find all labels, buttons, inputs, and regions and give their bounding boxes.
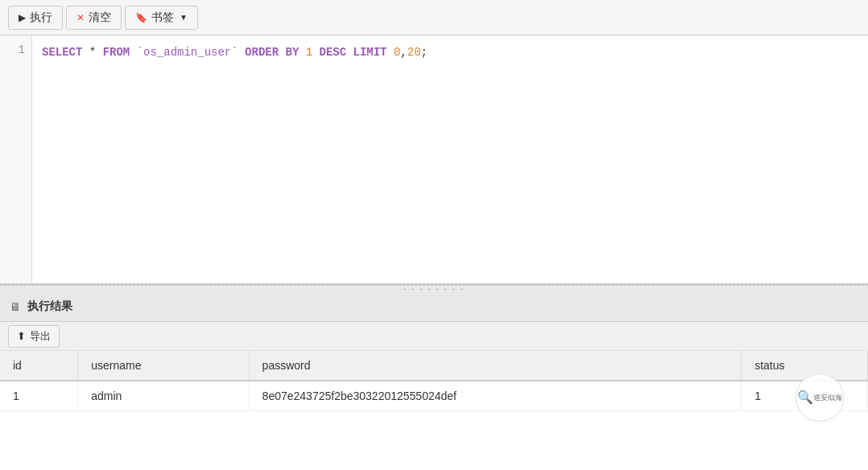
table-row[interactable]: 1admin8e07e243725f2be30322012555024def1 bbox=[0, 381, 868, 411]
results-toolbar: ⬆ 导出 bbox=[0, 322, 868, 351]
sql-semicolon: ; bbox=[421, 46, 428, 59]
export-button[interactable]: ⬆ 导出 bbox=[8, 325, 60, 348]
sql-star: * bbox=[82, 46, 102, 59]
col-username: username bbox=[78, 351, 249, 381]
sql-orderby: ORDER BY bbox=[238, 46, 306, 59]
watermark-icon: 🔍 bbox=[797, 390, 813, 405]
sql-from: FROM bbox=[103, 46, 130, 59]
sql-comma: , bbox=[400, 46, 407, 59]
line-numbers: 1 bbox=[0, 35, 32, 283]
results-header-icon: 🖥 bbox=[10, 300, 21, 313]
cell-username: admin bbox=[78, 381, 249, 411]
line-number-1: 1 bbox=[6, 43, 25, 56]
clear-button[interactable]: ✕ 清空 bbox=[66, 6, 122, 30]
cell-password: 8e07e243725f2be30322012555024def bbox=[249, 381, 742, 411]
results-table: id username password status 1admin8e07e2… bbox=[0, 351, 868, 411]
results-panel: 🖥 执行结果 ⬆ 导出 id username password status bbox=[0, 291, 868, 470]
watermark: 🔍 巡安似海 bbox=[796, 373, 844, 422]
dropdown-icon: ▼ bbox=[180, 13, 188, 22]
results-header-title: 执行结果 bbox=[27, 299, 72, 314]
export-icon: ⬆ bbox=[17, 330, 26, 342]
sql-desc: DESC LIMIT bbox=[312, 46, 394, 59]
execute-label: 执行 bbox=[30, 10, 52, 25]
bookmark-button[interactable]: 🔖 书签 ▼ bbox=[125, 6, 198, 30]
clear-label: 清空 bbox=[89, 10, 111, 25]
sql-num1: 1 bbox=[306, 46, 312, 59]
bookmark-icon: 🔖 bbox=[135, 12, 147, 23]
table-header-row: id username password status bbox=[0, 351, 868, 381]
bookmark-label: 书签 bbox=[151, 10, 174, 25]
col-password: password bbox=[249, 351, 742, 381]
sql-select: SELECT bbox=[42, 46, 82, 59]
cell-id: 1 bbox=[0, 381, 78, 411]
col-status: status bbox=[742, 351, 868, 381]
toolbar: ▶ 执行 ✕ 清空 🔖 书签 ▼ bbox=[0, 0, 868, 35]
resize-handle[interactable]: - - - - - - - - bbox=[0, 285, 868, 291]
results-table-container: id username password status 1admin8e07e2… bbox=[0, 351, 868, 470]
sql-code[interactable]: SELECT * FROM `os_admin_user` ORDER BY 1… bbox=[32, 35, 868, 283]
sql-editor: 1 SELECT * FROM `os_admin_user` ORDER BY… bbox=[0, 35, 868, 285]
col-id: id bbox=[0, 351, 78, 381]
sql-num3: 20 bbox=[407, 46, 421, 59]
main-container: ▶ 执行 ✕ 清空 🔖 书签 ▼ 1 SELECT * FROM `os_adm… bbox=[0, 0, 868, 470]
results-header: 🖥 执行结果 bbox=[0, 291, 868, 322]
execute-button[interactable]: ▶ 执行 bbox=[8, 6, 63, 30]
export-label: 导出 bbox=[30, 329, 51, 344]
clear-icon: ✕ bbox=[76, 12, 85, 23]
watermark-text: 巡安似海 bbox=[813, 394, 842, 402]
execute-icon: ▶ bbox=[19, 12, 26, 23]
sql-table: `os_admin_user` bbox=[130, 46, 238, 59]
